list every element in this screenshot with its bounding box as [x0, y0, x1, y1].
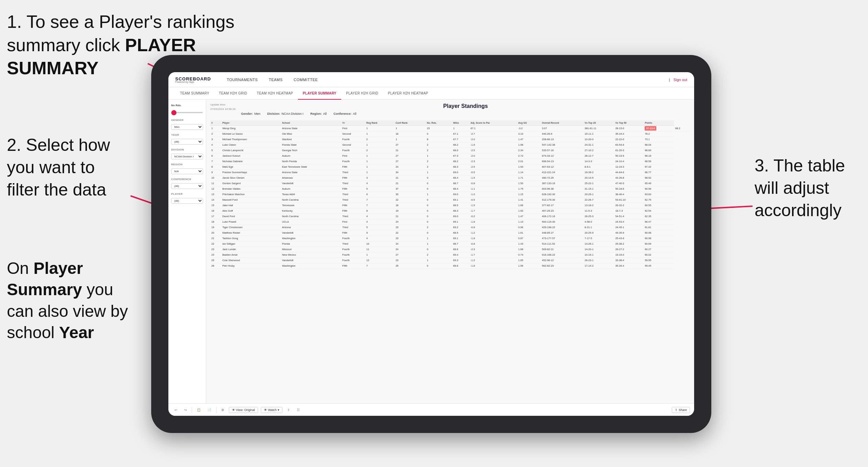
export-btn[interactable]: ⇪ [285, 408, 292, 412]
table-cell-1-10: 440-26-6 [541, 131, 583, 137]
table-cell-20-2: Washington [281, 236, 341, 241]
paste-btn[interactable]: 📄 [205, 408, 213, 412]
table-cell-25-13: 59.45 [644, 263, 674, 269]
table-cell-9-8: -1.5 [469, 175, 517, 181]
sub-nav-team-summary[interactable]: TEAM SUMMARY [175, 87, 214, 100]
table-cell-22-8: -2.3 [469, 247, 517, 252]
table-cell-22-12: 26-27-2 [614, 247, 644, 252]
col-wins: Wins [452, 120, 469, 126]
copy-btn[interactable]: 📋 [195, 408, 203, 412]
table-cell-13-9: 1.41 [517, 197, 541, 203]
table-cell-2-0: 3 [210, 137, 221, 142]
settings-btn[interactable]: ⚙ [219, 408, 226, 412]
table-cell-13-0: 14 [210, 197, 221, 203]
no-rds-slider[interactable] [171, 112, 203, 113]
table-cell-24-7: 69.3 [452, 258, 469, 263]
table-cell-20-13: 60.98 [644, 236, 674, 241]
table-cell-7-0: 8 [210, 164, 221, 170]
conference-select[interactable]: (All) [171, 183, 203, 189]
table-cell-4-9: 2.34 [517, 148, 541, 153]
table-cell-22-3: Fourth [341, 247, 365, 252]
table-cell-9-5: 21 [394, 175, 426, 181]
table-cell-11-10: 603-96-38 [541, 186, 583, 192]
table-cell-11-4: 5 [365, 186, 394, 192]
grid-btn[interactable]: ☷ [295, 408, 302, 412]
nav-teams[interactable]: TEAMS [263, 72, 288, 87]
table-cell-11-5: 37 [394, 186, 426, 192]
highlight-points: 57-23-0 [645, 126, 656, 131]
player-filter-label: Player [171, 192, 203, 196]
sub-nav-team-h2h-heatmap[interactable]: TEAM H2H HEATMAP [252, 87, 298, 100]
table-cell-21-2: Florida [281, 241, 341, 247]
table-cell-7-13: 67.42 [644, 164, 674, 170]
table-cell-9-0: 10 [210, 175, 221, 181]
table-cell-0-12: 28-15-0 [614, 126, 644, 131]
table-cell-18-13: 61.81 [644, 225, 674, 230]
table-cell-10-2: Vanderbilt [281, 181, 341, 186]
sub-nav-team-h2h-grid[interactable]: TEAM H2H GRID [214, 87, 252, 100]
table-cell-7-10: 607-63-12 [541, 164, 583, 170]
watch-chevron: ▾ [278, 408, 279, 412]
table-cell-3-8: -1.6 [469, 142, 517, 148]
content-area: Update time: 27/03/2024 16:56:26 Player … [206, 100, 694, 403]
table-cell-5-13: 68.18 [644, 153, 674, 159]
sub-nav-player-h2h-heatmap[interactable]: PLAYER H2H HEATMAP [383, 87, 433, 100]
table-cell-2-11: 10-20-0 [583, 137, 614, 142]
table-cell-21-11: 14-26-1 [583, 241, 614, 247]
table-row: 20Matthew RiedelVanderbiltFifth922068.5-… [210, 230, 690, 236]
table-cell-18-9: 0.96 [517, 225, 541, 230]
table-cell-3-9: 1.98 [517, 142, 541, 148]
view-original-btn[interactable]: 👁 View: Original [229, 407, 258, 413]
table-cell-20-11: 7-17-5 [583, 236, 614, 241]
separator-1 [192, 407, 192, 413]
table-row: 24Bastien AmatNew MexicoFourth127269.4-1… [210, 252, 690, 258]
table-cell-8-6: 1 [426, 170, 452, 175]
region-select[interactable]: N/A [171, 168, 203, 174]
table-cell-15-8: -1.7 [469, 208, 517, 214]
player-select[interactable]: (All) [171, 198, 203, 204]
table-cell-9-11: 20-14-5 [583, 175, 614, 181]
watch-btn[interactable]: 👁 Watch ▾ [261, 407, 282, 413]
year-select[interactable]: (All) [171, 139, 203, 145]
table-cell-5-4: 1 [365, 153, 394, 159]
gender-select[interactable]: Men [171, 124, 203, 130]
table-cell-2-8: -2.0 [469, 137, 517, 142]
sub-nav-player-h2h-grid[interactable]: PLAYER H2H GRID [341, 87, 383, 100]
table-cell-15-2: Kentucky [281, 208, 341, 214]
table-row: 9Preston SummerhaysArizona StateThird134… [210, 170, 690, 175]
table-cell-9-3: Fifth [341, 175, 365, 181]
table-cell-9-13: 68.92 [644, 175, 674, 181]
nav-committee[interactable]: COMMITTEE [288, 72, 324, 87]
table-cell-16-8: -0.2 [469, 214, 517, 219]
division-select[interactable]: NCAA Division I [171, 154, 203, 159]
table-cell-0-3: First [341, 126, 365, 131]
share-btn[interactable]: ⇧ Share [672, 407, 690, 413]
table-cell-21-0: 22 [210, 241, 221, 247]
nav-tournaments[interactable]: TOURNAMENTS [221, 72, 263, 87]
table-cell-22-5: 24 [394, 247, 426, 252]
table-cell-21-12: 29-38-2 [614, 241, 644, 247]
table-cell-19-2: Vanderbilt [281, 230, 341, 236]
table-cell-18-0: 19 [210, 225, 221, 230]
table-cell-1-12: 35-16-4 [614, 131, 644, 137]
table-row: 25Cole SherwoodVanderbiltFourth1223169.3… [210, 258, 690, 263]
table-cell-4-11: 27-10-2 [583, 148, 614, 153]
table-cell-15-1: Alex Goff [221, 208, 281, 214]
table-cell-8-9: 1.14 [517, 170, 541, 175]
table-cell-25-2: Washington [281, 263, 341, 269]
table-cell-7-12: 12-16-3 [614, 164, 644, 170]
undo-btn[interactable]: ↩ [173, 408, 179, 412]
table-cell-3-13: 68.04 [644, 142, 674, 148]
table-body: 1Wenyi DingArizona StateFirst1115167.1-3… [210, 126, 690, 269]
table-cell-23-11: 10-15-1 [583, 252, 614, 258]
sub-nav-player-summary[interactable]: PLAYER SUMMARY [298, 87, 341, 100]
redo-btn[interactable]: ↪ [182, 408, 189, 412]
table-cell-8-7: 69.0 [452, 170, 469, 175]
table-cell-18-2: Arizona [281, 225, 341, 230]
sign-out-link[interactable]: Sign out [674, 78, 687, 82]
table-cell-10-9: 1.50 [517, 181, 541, 186]
table-cell-20-9: 0.87 [517, 236, 541, 241]
page-title: Player Standings [241, 103, 690, 109]
table-cell-19-3: Fifth [341, 230, 365, 236]
table-cell-3-0: 4 [210, 142, 221, 148]
